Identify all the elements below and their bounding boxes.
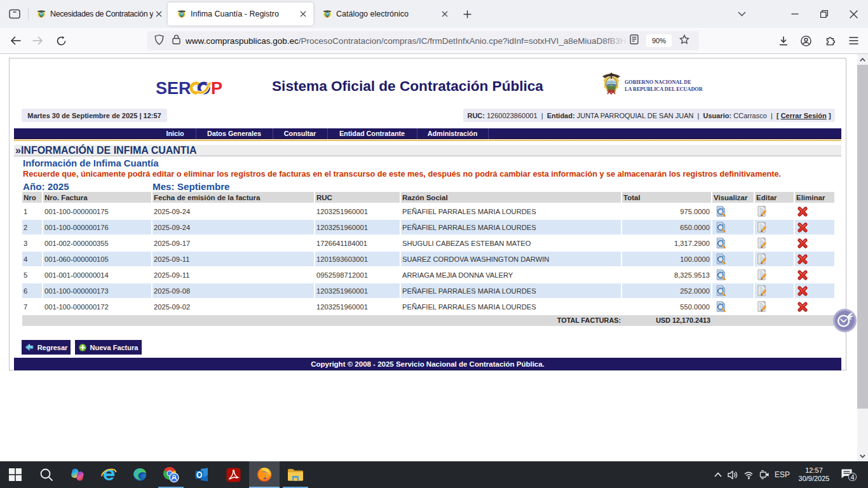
taskbar-adobe-acrobat-icon[interactable] [218,461,248,488]
window-minimize-button[interactable] [785,5,804,23]
menu-item-datos-generales[interactable]: Datos Generales [196,128,273,139]
table-row: 5 001-001-000000014 2025-09-11 095259871… [22,268,834,282]
editar-icon[interactable] [756,206,767,217]
menu-item-entidad-contratante[interactable]: Entidad Contratante [327,128,417,139]
tray-show-hidden-icons[interactable] [710,461,726,488]
firefox-view-icon[interactable] [6,7,24,21]
visualizar-icon[interactable] [715,301,726,312]
bookmark-star-icon[interactable] [679,34,689,47]
nueva-factura-button[interactable]: Nueva Factura [75,340,142,355]
eliminar-icon[interactable] [797,270,808,280]
list-all-tabs-icon[interactable] [732,5,751,23]
window-restore-button[interactable] [815,5,834,23]
shield-icon[interactable] [154,34,164,48]
regresar-button[interactable]: Regresar [22,340,71,355]
lock-icon[interactable] [172,34,180,47]
menu-item-administracion[interactable]: Administración [417,128,488,139]
floating-timer-widget[interactable] [833,309,857,332]
cell-razon: PEÑAFIEL PARRALES MARIA LOURDES [401,283,621,298]
tray-time: 12:57 [794,466,834,475]
col-header-fecha: Fecha de emisión de la factura [153,192,314,203]
cell-total: 650.0000 [622,220,711,234]
cell-fecha: 2025-09-24 [153,220,314,234]
taskbar-copilot-icon[interactable] [62,461,93,488]
extensions-puzzle-icon[interactable] [821,32,839,50]
taskbar-firefox-icon-active[interactable] [249,461,280,488]
taskbar-chrome-icon[interactable] [156,461,186,488]
editar-icon[interactable] [756,269,767,280]
tab-catalogo[interactable]: Catálogo electrónico [316,4,451,24]
editar-icon[interactable] [756,254,767,264]
tray-meet-now-icon[interactable] [757,461,772,488]
notification-count: 4 [850,473,854,481]
editar-icon[interactable] [756,238,767,248]
tray-volume-icon[interactable] [725,461,740,488]
menu-item-consultar[interactable]: Consultar [273,128,327,139]
gold-divider [14,140,841,141]
tab-close-icon[interactable] [153,8,165,20]
tray-language-indicator[interactable]: ESP [773,461,792,488]
start-button[interactable] [0,461,31,488]
page-scrollbar[interactable] [857,54,868,461]
eliminar-icon[interactable] [797,238,808,248]
tray-notifications-icon[interactable]: 4 [837,461,860,488]
eliminar-icon[interactable] [797,222,808,233]
tab-close-icon[interactable] [438,8,451,20]
cell-eliminar [795,252,834,266]
visualizar-icon[interactable] [715,254,726,264]
eliminar-icon[interactable] [797,207,808,217]
editar-icon[interactable] [756,285,767,296]
eliminar-icon[interactable] [797,286,808,296]
cell-factura: 001-060-000000105 [43,252,151,266]
visualizar-icon[interactable] [715,206,726,217]
taskbar-edge-icon[interactable] [125,461,155,488]
editar-icon[interactable] [756,301,767,312]
url-bar[interactable]: www.compraspublicas.gob.ec/ProcesoContra… [147,31,699,50]
gov-logo: GOBIERNO NACIONAL DE LA REPUBLICA DEL EC… [601,71,712,102]
downloads-icon[interactable] [775,32,792,50]
taskbar-file-explorer-icon[interactable] [280,461,311,488]
col-header-razon: Razón Social [401,192,621,203]
cell-factura: 001-100-000000173 [43,283,151,298]
visualizar-icon[interactable] [715,238,726,248]
taskbar-internet-explorer-icon[interactable] [93,461,124,488]
cell-total: 252.0000 [622,283,711,298]
editar-icon[interactable] [756,222,767,233]
menu-hamburger-icon[interactable] [844,32,862,50]
cell-visualizar [712,204,754,219]
cell-total: 8,325.9513 [622,268,711,282]
window-close-button[interactable] [844,5,863,23]
logout-link[interactable]: Cerrar Sesión [781,112,827,119]
cell-total: 1,317.2900 [622,236,711,250]
scrollbar-thumb[interactable] [857,65,868,409]
eliminar-icon[interactable] [797,302,808,312]
scrollbar-up-arrow[interactable] [857,54,868,65]
menu-item-inicio[interactable]: Inicio [154,128,196,139]
reader-view-icon[interactable] [630,34,639,47]
tray-network-icon[interactable] [741,461,756,488]
visualizar-icon[interactable] [715,285,726,296]
cell-editar [755,220,794,234]
tray-clock[interactable]: 12:57 30/9/2025 [794,461,834,488]
new-tab-button[interactable] [459,6,475,22]
tab-close-icon[interactable] [297,8,309,20]
back-icon[interactable] [6,32,24,50]
taskbar-outlook-icon[interactable] [187,461,217,488]
cell-nro: 5 [22,268,42,282]
tab-infima-cuantia-active[interactable]: Infima Cuantía - Registro [168,3,313,25]
scrollbar-down-arrow[interactable] [857,451,868,461]
browser-tab-bar: Necesidades de Contratación y Infima Cua… [0,0,868,28]
forward-icon[interactable] [29,32,46,50]
breadcrumb-text: »INFORMACIÓN DE INFIMA CUANTIA [14,145,197,156]
nueva-factura-label: Nueva Factura [90,344,139,351]
taskbar-search-icon[interactable] [31,461,62,488]
zoom-level-button[interactable]: 90% [646,34,672,47]
session-badge: RUC: 1260023860001 | Entidad: JUNTA PARR… [463,109,835,122]
visualizar-icon[interactable] [715,269,726,280]
reload-icon[interactable] [52,32,70,50]
tab-necesidades[interactable]: Necesidades de Contratación y [31,4,165,24]
account-icon[interactable] [797,32,815,50]
eliminar-icon[interactable] [797,254,808,264]
visualizar-icon[interactable] [715,222,726,233]
url-text: www.compraspublicas.gob.ec/ProcesoContra… [186,36,628,46]
